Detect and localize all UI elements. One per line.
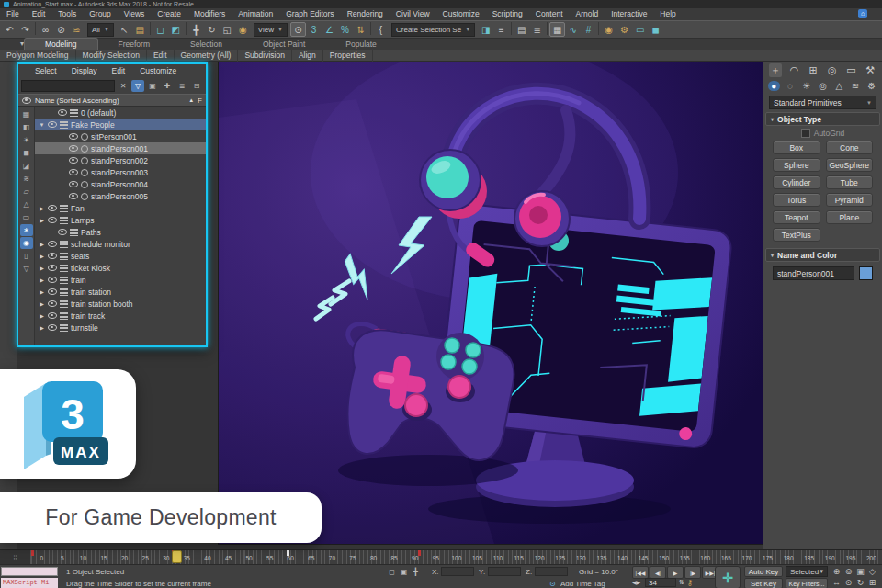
- play-icon[interactable]: ▶: [667, 566, 684, 579]
- primitive-button[interactable]: Cylinder: [773, 175, 820, 189]
- expand-icon[interactable]: ▶: [39, 277, 45, 283]
- ribbon-panel-item[interactable]: Align: [292, 50, 323, 62]
- isolate-selection-icon[interactable]: ◻: [386, 567, 398, 577]
- percent-snap-icon[interactable]: %: [337, 22, 353, 37]
- ribbon-tab[interactable]: Object Paint: [243, 39, 325, 50]
- select-object-icon[interactable]: ↖: [117, 22, 132, 37]
- helpers-icon[interactable]: △: [833, 81, 845, 91]
- selection-lock-icon[interactable]: ▣: [398, 567, 410, 577]
- tree-row[interactable]: Paths: [35, 226, 206, 238]
- toolbar-icon[interactable]: [370, 22, 371, 35]
- scene-explorer-menu-item[interactable]: Select: [28, 66, 64, 75]
- eye-icon[interactable]: [48, 217, 57, 223]
- orbit-icon[interactable]: ↻: [854, 577, 866, 588]
- eye-icon[interactable]: [48, 277, 57, 283]
- walk-through-icon[interactable]: ⊙: [842, 577, 854, 588]
- toolbar-icon[interactable]: [598, 22, 599, 35]
- filter-geometry-icon[interactable]: ◧: [20, 121, 33, 133]
- selection-set-dropdown[interactable]: Create Selection Se▼: [391, 23, 475, 37]
- filter-all-icon[interactable]: ▦: [20, 108, 33, 120]
- scene-explorer-menu-item[interactable]: Edit: [105, 66, 133, 75]
- tree-row[interactable]: ▶ Fan: [35, 202, 206, 214]
- ribbon-tab[interactable]: Modeling: [24, 38, 98, 50]
- tree-row[interactable]: standPerson005: [35, 190, 206, 202]
- systems-icon[interactable]: ⚙: [865, 81, 877, 91]
- eye-icon[interactable]: [69, 181, 78, 187]
- tree-row[interactable]: ▶ Lamps: [35, 214, 206, 226]
- menu-item[interactable]: Graph Editors: [279, 8, 340, 20]
- filter-bones-icon[interactable]: ∗: [20, 224, 33, 236]
- eye-icon[interactable]: [48, 121, 57, 128]
- maxscript-mini-listener[interactable]: [1, 567, 58, 576]
- primitive-button[interactable]: Pyramid: [826, 193, 874, 207]
- ribbon-tab[interactable]: Populate: [325, 39, 397, 50]
- menu-item[interactable]: Modifiers: [187, 8, 232, 20]
- menu-item[interactable]: Rendering: [341, 8, 390, 20]
- tree-row[interactable]: 0 (default): [35, 107, 206, 119]
- expand-icon[interactable]: ▶: [39, 312, 45, 319]
- eye-icon[interactable]: [69, 145, 78, 152]
- expand-icon[interactable]: ▶: [39, 217, 45, 223]
- menu-item[interactable]: Scripting: [486, 8, 529, 20]
- filter-funnel-side-icon[interactable]: ▽: [20, 263, 33, 275]
- modify-tab-icon[interactable]: ◠: [788, 64, 801, 76]
- tree-row[interactable]: sitPerson001: [35, 130, 206, 142]
- rectangular-selection-icon[interactable]: ◻: [153, 22, 168, 37]
- name-color-rollout-header[interactable]: ▾ Name and Color: [765, 248, 880, 262]
- cameras-icon[interactable]: ◎: [817, 81, 829, 91]
- material-editor-icon[interactable]: ◉: [601, 22, 616, 37]
- space-warps-icon[interactable]: ≋: [850, 81, 862, 91]
- menu-item[interactable]: Group: [83, 8, 118, 20]
- window-crossing-icon[interactable]: ◩: [168, 22, 184, 37]
- spinner-snap-icon[interactable]: ⇅: [353, 22, 368, 37]
- geometry-icon[interactable]: ●: [768, 81, 780, 91]
- tree-row[interactable]: standPerson004: [35, 178, 206, 190]
- menu-item[interactable]: Arnold: [570, 8, 605, 20]
- zoom-icon[interactable]: ⊕: [831, 566, 842, 577]
- utilities-tab-icon[interactable]: ⚒: [864, 64, 876, 76]
- primitive-button[interactable]: GeoSphere: [826, 158, 874, 172]
- motion-tab-icon[interactable]: ◎: [826, 64, 839, 76]
- selection-set-key-dropdown[interactable]: Selected ▼: [786, 566, 828, 577]
- coordinate-z-field[interactable]: [535, 567, 568, 576]
- hierarchy-tab-icon[interactable]: ⊞: [807, 64, 820, 76]
- primitive-button[interactable]: Sphere: [773, 158, 820, 172]
- eye-icon[interactable]: [69, 193, 78, 199]
- next-frame-icon[interactable]: |▶: [684, 566, 701, 579]
- eye-icon[interactable]: [48, 324, 57, 331]
- coordinate-y-field[interactable]: [488, 567, 521, 576]
- expand-icon[interactable]: ▶: [39, 265, 45, 271]
- clear-search-icon[interactable]: ✕: [117, 80, 130, 92]
- toolbar-icon[interactable]: [547, 22, 548, 35]
- expand-icon[interactable]: ▶: [39, 288, 45, 295]
- eye-icon[interactable]: [48, 241, 57, 247]
- snap-toggle-icon[interactable]: 3: [306, 22, 322, 37]
- redo-icon[interactable]: ↷: [17, 22, 33, 37]
- select-by-name-icon[interactable]: ▤: [132, 22, 148, 37]
- filter-lights-icon[interactable]: ☀: [20, 134, 33, 146]
- mirror-icon[interactable]: ◨: [478, 22, 493, 37]
- timeline-marker-key[interactable]: [31, 550, 34, 556]
- transform-mode-icon[interactable]: ╋: [410, 567, 422, 577]
- menu-item[interactable]: Civil View: [390, 8, 436, 20]
- expand-icon[interactable]: ▶: [39, 241, 45, 247]
- toolbar-icon[interactable]: [150, 22, 151, 35]
- filter-materials-icon[interactable]: ◪: [20, 160, 33, 172]
- autogrid-checkbox[interactable]: [801, 129, 810, 138]
- key-filters-button[interactable]: Key Filters...: [786, 578, 828, 588]
- set-key-button[interactable]: Set Key: [744, 578, 783, 588]
- explorer-column-header[interactable]: Name (Sorted Ascending) ▲ F: [18, 94, 206, 107]
- menu-item[interactable]: File: [0, 8, 26, 20]
- eye-icon[interactable]: [58, 109, 67, 116]
- eye-icon[interactable]: [48, 300, 57, 307]
- expand-icon[interactable]: ▶: [39, 205, 45, 211]
- lights-icon[interactable]: ☀: [800, 81, 812, 91]
- primitive-button[interactable]: Box: [773, 141, 820, 154]
- tree-row[interactable]: ▶ turnstile: [35, 322, 206, 334]
- timeline-marker-range[interactable]: [287, 550, 289, 556]
- time-slider[interactable]: [172, 550, 182, 563]
- expand-icon[interactable]: ▶: [39, 300, 45, 307]
- ribbon-panel-item[interactable]: Subdivision: [238, 50, 291, 62]
- eye-icon[interactable]: [69, 169, 78, 175]
- toolbar-icon[interactable]: [186, 22, 187, 35]
